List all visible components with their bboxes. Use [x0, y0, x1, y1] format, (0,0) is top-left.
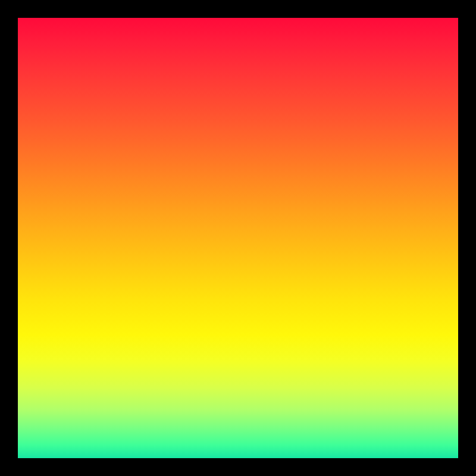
chart-frame [18, 18, 458, 458]
chart-overlay [18, 18, 458, 458]
